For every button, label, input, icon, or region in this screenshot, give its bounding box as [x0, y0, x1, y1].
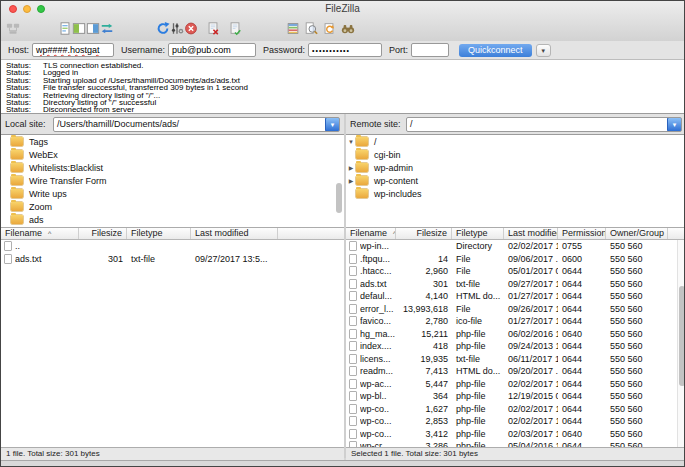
file-row[interactable]: licens... 19,935 txt-file 06/11/2017 1..…: [346, 353, 685, 366]
column-header-filetype[interactable]: Filetype: [452, 228, 504, 239]
tree-item[interactable]: Tags: [1, 135, 344, 148]
tree-item-label: Whitelists:Blacklist: [27, 163, 105, 173]
remote-site-combobox[interactable]: / ▼: [406, 117, 682, 132]
disconnect-icon[interactable]: [206, 20, 220, 36]
panel-divider[interactable]: [344, 114, 346, 458]
file-type: HTML do...: [452, 291, 504, 301]
file-row[interactable]: wp-ac... 5,447 php-file 02/02/2017 1... …: [346, 378, 685, 391]
local-tree-scrollbar[interactable]: [336, 183, 342, 213]
refresh-icon[interactable]: [156, 20, 170, 36]
column-header-owner-group[interactable]: Owner/Group: [606, 228, 668, 239]
transfer-queue-icon[interactable]: [100, 20, 114, 36]
tree-item[interactable]: ads: [1, 213, 344, 226]
file-row[interactable]: hg_ma... 15,211 php-file 06/02/2016 1...…: [346, 328, 685, 341]
tree-item-label: wp-includes: [372, 189, 424, 199]
port-input[interactable]: [411, 43, 449, 57]
file-row[interactable]: wp-co.. 1,627 php-file 02/02/2017 1... 0…: [346, 403, 685, 416]
file-modified: 06/02/2016 1...: [504, 329, 558, 339]
file-permissions: 0755: [558, 241, 606, 251]
username-input[interactable]: pub@pub.com: [168, 43, 256, 57]
local-directory-tree: Tags WebEx Whitelists:Blacklist: [1, 134, 344, 227]
process-queue-icon[interactable]: [170, 20, 184, 36]
file-row[interactable]: readm... 7,413 HTML do... 09/20/2017 ...…: [346, 365, 685, 378]
message-log-icon[interactable]: [58, 20, 72, 36]
file-row[interactable]: .htacc... 2,960 File 05/01/2017 0... 064…: [346, 265, 685, 278]
directory-listing-filter-icon[interactable]: [286, 20, 300, 36]
file-owner-group: 550 560: [606, 241, 668, 251]
remote-treeview-icon[interactable]: [86, 20, 100, 36]
find-files-icon[interactable]: [341, 20, 355, 36]
disclosure-arrow[interactable]: ▶: [346, 164, 356, 171]
host-input[interactable]: wp####.hostgat: [32, 43, 114, 57]
tree-item[interactable]: Wire Transfer Form: [1, 174, 344, 187]
column-header-filetype[interactable]: Filetype: [127, 228, 191, 239]
file-icon: [349, 316, 357, 326]
file-owner-group: 550 560: [606, 341, 668, 351]
window-title: FileZilla: [1, 3, 684, 14]
sort-ascending-icon: ^: [48, 230, 51, 237]
file-row[interactable]: wp-co... 3,412 php-file 02/03/2017 1... …: [346, 428, 685, 441]
file-icon: [349, 341, 357, 351]
tree-item[interactable]: Write ups: [1, 187, 344, 200]
file-owner-group: 550 560: [606, 416, 668, 426]
column-header-filename[interactable]: Filename^: [1, 228, 79, 239]
remote-site-dropdown-button[interactable]: ▼: [667, 117, 682, 132]
file-row[interactable]: wp-in... Directory 02/02/2017 1... 0755 …: [346, 240, 685, 253]
file-row[interactable]: ads.txt 301 txt-file 09/27/2017 13:5...: [1, 253, 344, 266]
disclosure-arrow[interactable]: ▶: [346, 177, 356, 184]
directory-comparison-icon[interactable]: [304, 20, 318, 36]
file-size: 1,627: [396, 404, 452, 414]
tree-item[interactable]: ▶ wp-admin: [346, 161, 685, 174]
tree-item[interactable]: ▶ wp-content: [346, 174, 685, 187]
quickconnect-button[interactable]: Quickconnect: [459, 44, 532, 57]
local-treeview-icon[interactable]: [72, 20, 86, 36]
file-permissions: 0644: [558, 304, 606, 314]
file-row[interactable]: index.... 418 php-file 09/24/2013 1... 0…: [346, 340, 685, 353]
remote-list-scrollbar[interactable]: [679, 286, 685, 386]
column-header-filesize[interactable]: Filesize: [396, 228, 452, 239]
tree-item[interactable]: ▼ /: [346, 135, 685, 148]
column-header-filename[interactable]: Filename^: [346, 228, 396, 239]
file-row[interactable]: ads.txt 301 txt-file 09/27/2017 1... 064…: [346, 278, 685, 291]
file-icon: [349, 391, 357, 401]
log-line-message: Disconnected from server: [43, 106, 134, 113]
file-modified: 06/11/2017 1...: [504, 354, 558, 364]
remote-list-scrollbar-track[interactable]: [677, 240, 685, 447]
file-permissions: 0640: [558, 329, 606, 339]
file-row[interactable]: wp-cr... 3,286 php-file 05/04/2016 1... …: [346, 440, 685, 447]
file-type: txt-file: [127, 254, 191, 264]
file-name: wp-in...: [360, 241, 389, 251]
tree-item-label: Tags: [27, 137, 50, 147]
tree-item[interactable]: WebEx: [1, 148, 344, 161]
column-header-last-modified[interactable]: Last modified: [191, 228, 278, 239]
file-modified: 02/02/2017 1...: [504, 416, 558, 426]
file-name: .ftpqu...: [360, 254, 390, 264]
quickconnect-dropdown-button[interactable]: ▼: [536, 44, 551, 57]
tree-item[interactable]: cgi-bin: [346, 148, 685, 161]
tree-item[interactable]: Zoom: [1, 200, 344, 213]
password-input[interactable]: •••••••••••: [308, 43, 382, 57]
synchronized-browsing-icon[interactable]: [322, 20, 336, 36]
site-manager-icon[interactable]: [6, 20, 20, 36]
tree-item[interactable]: wp-includes: [346, 187, 685, 200]
disclosure-arrow[interactable]: ▼: [346, 139, 356, 145]
file-type: php-file: [452, 391, 504, 401]
local-site-dropdown-button[interactable]: ▼: [325, 117, 340, 132]
file-icon: [4, 241, 12, 251]
file-row[interactable]: .ftpqu... 14 File 09/06/2017 ... 0600 55…: [346, 253, 685, 266]
file-row[interactable]: favico... 2,780 ico-file 01/27/2017 1...…: [346, 315, 685, 328]
file-row[interactable]: wp-co... 2,853 php-file 02/02/2017 1... …: [346, 415, 685, 428]
file-row[interactable]: defaul... 4,140 HTML do... 01/27/2017 1.…: [346, 290, 685, 303]
column-header-last-modified[interactable]: Last modified: [504, 228, 558, 239]
local-site-label: Local site:: [5, 119, 46, 129]
file-row[interactable]: wp-bl.. 364 php-file 12/19/2015 0... 064…: [346, 390, 685, 403]
reconnect-icon[interactable]: [228, 20, 242, 36]
column-header-filesize[interactable]: Filesize: [79, 228, 127, 239]
file-row[interactable]: ..: [1, 240, 344, 253]
local-site-combobox[interactable]: /Users/thamill/Documents/ads/ ▼: [53, 117, 340, 132]
tree-item[interactable]: Whitelists:Blacklist: [1, 161, 344, 174]
cancel-icon[interactable]: [184, 20, 198, 36]
file-row[interactable]: error_l... 13,993,618 File 09/26/2017 1.…: [346, 303, 685, 316]
column-header-filler: [278, 228, 344, 239]
column-header-permissions[interactable]: Permissions: [558, 228, 606, 239]
